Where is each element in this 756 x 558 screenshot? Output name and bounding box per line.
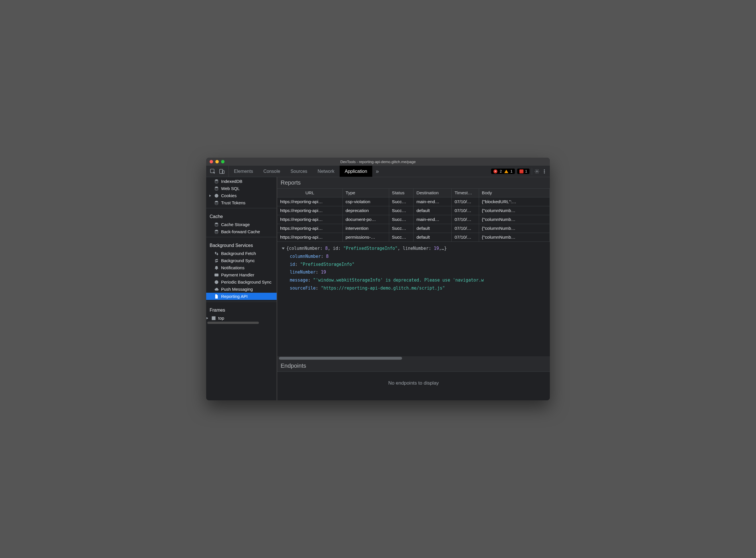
titlebar: DevTools - reporting-api-demo.glitch.me/… [206,158,550,166]
svg-point-10 [216,195,216,196]
sidebar-group-cache: Cache [206,210,277,221]
horizontal-scrollbar[interactable] [277,356,550,360]
cell-body: {"blockedURL":… [479,198,550,206]
cell-timestamp: 07/10/… [452,224,479,233]
table-header-row: URL Type Status Destination Timest… Body [277,188,550,198]
application-sidebar[interactable]: IndexedDB Web SQL Cookies Trust Tokens C… [206,177,277,400]
cell-body: {"columnNumb… [479,206,550,215]
svg-point-4 [544,170,545,170]
cell-destination: main-end… [414,215,452,224]
cell-destination: default [414,224,452,233]
sidebar-item-label: Payment Handler [221,273,254,277]
error-count: 2 [500,169,502,173]
tab-sources[interactable]: Sources [285,166,312,177]
cell-destination: main-end… [414,198,452,206]
cell-type: intervention [342,224,389,233]
cell-destination: default [414,233,452,242]
svg-rect-16 [215,274,219,276]
sidebar-item-label: Web SQL [221,186,240,191]
cell-url: https://reporting-api… [277,198,342,206]
cookie-icon [214,194,219,198]
sidebar-item-label: Notifications [221,265,245,270]
database-icon [214,201,219,205]
cell-status: Succ… [389,215,414,224]
reports-section-header: Reports [277,177,550,188]
table-row[interactable]: https://reporting-api…csp-violationSucc…… [277,198,550,206]
col-destination[interactable]: Destination [414,188,452,198]
window-minimize-button[interactable] [215,160,219,163]
table-row[interactable]: https://reporting-api…permissions-…Succ…… [277,233,550,242]
svg-point-14 [215,223,218,224]
sidebar-item-label: Cache Storage [221,222,250,227]
clock-icon [214,280,219,284]
cell-timestamp: 07/10/… [452,233,479,242]
sidebar-item-periodic[interactable]: Periodic Background Sync [206,278,277,285]
sidebar-item-label: Push Messaging [221,287,253,291]
warning-count: 1 [511,169,513,173]
sidebar-item-cookies[interactable]: Cookies [206,192,277,199]
cell-status: Succ… [389,224,414,233]
svg-point-8 [215,186,218,188]
sidebar-group-frames: Frames [206,304,277,314]
cell-type: document-po… [342,215,389,224]
database-icon [214,186,219,191]
sidebar-item-websql[interactable]: Web SQL [206,185,277,192]
cell-timestamp: 07/10/… [452,198,479,206]
col-body[interactable]: Body [479,188,550,198]
report-detail-pane[interactable]: {columnNumber: 8, id: "PrefixedStorageIn… [277,242,550,356]
sidebar-item-label: top [218,315,224,321]
bell-icon [214,265,219,270]
cell-type: csp-violation [342,198,389,206]
endpoints-empty-message: No endpoints to display [277,372,550,400]
tab-application[interactable]: Application [340,166,372,177]
table-row[interactable]: https://reporting-api…interventionSucc…d… [277,224,550,233]
svg-point-3 [536,171,538,172]
table-row[interactable]: https://reporting-api…document-po…Succ…m… [277,215,550,224]
sidebar-item-label: Trust Tokens [221,200,245,205]
tab-network[interactable]: Network [312,166,340,177]
issue-count: 1 [525,169,527,173]
sidebar-item-bfcache[interactable]: Back-forward Cache [206,228,277,235]
col-timestamp[interactable]: Timest… [452,188,479,198]
cell-body: {"columnNumb… [479,233,550,242]
sidebar-item-cachestorage[interactable]: Cache Storage [206,221,277,228]
sidebar-item-payment[interactable]: Payment Handler [206,271,277,278]
sidebar-item-indexeddb[interactable]: IndexedDB [206,178,277,185]
sidebar-item-notifications[interactable]: Notifications [206,264,277,271]
svg-point-5 [544,171,545,171]
tabs-overflow-button[interactable]: » [372,166,382,177]
inspect-element-icon[interactable] [210,168,216,175]
console-status-badge[interactable]: ✕ 2 1 [491,169,515,174]
svg-point-13 [215,201,218,202]
sidebar-item-label: IndexedDB [221,179,242,184]
issue-icon: ⋯ [519,170,523,173]
window-close-button[interactable] [210,160,213,163]
sidebar-item-frame-top[interactable]: top [206,314,277,322]
scrollbar-thumb[interactable] [279,357,402,360]
sidebar-item-trusttokens[interactable]: Trust Tokens [206,199,277,206]
tab-console[interactable]: Console [258,166,286,177]
cell-url: https://reporting-api… [277,224,342,233]
cell-status: Succ… [389,198,414,206]
col-status[interactable]: Status [389,188,414,198]
issues-badge[interactable]: ⋯ 1 [517,169,530,174]
cloud-icon [214,287,219,291]
sidebar-item-reporting[interactable]: Reporting API [206,293,277,300]
sidebar-item-bgsync[interactable]: Background Sync [206,257,277,264]
col-type[interactable]: Type [342,188,389,198]
collapse-icon[interactable] [282,248,285,250]
sidebar-item-push[interactable]: Push Messaging [206,285,277,293]
horizontal-scrollbar[interactable] [206,322,277,325]
col-url[interactable]: URL [277,188,342,198]
cell-timestamp: 07/10/… [452,206,479,215]
cell-url: https://reporting-api… [277,233,342,242]
settings-icon[interactable] [534,169,539,174]
tab-elements[interactable]: Elements [229,166,258,177]
cell-body: {"columnNumb… [479,224,550,233]
table-row[interactable]: https://reporting-api…deprecationSucc…de… [277,206,550,215]
device-toolbar-icon[interactable] [219,168,225,175]
kebab-menu-icon[interactable] [542,169,547,174]
sidebar-item-bgfetch[interactable]: Background Fetch [206,250,277,257]
divider [206,208,277,208]
window-zoom-button[interactable] [221,160,224,163]
